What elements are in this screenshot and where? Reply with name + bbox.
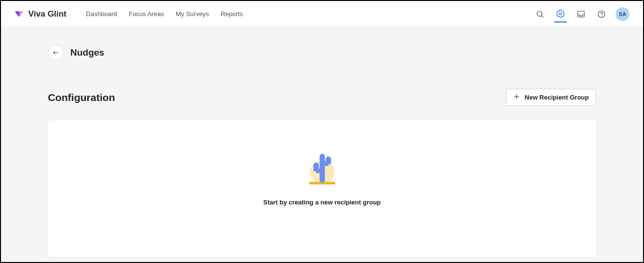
content-area: Nudges Configuration New Recipient Group [1,27,643,262]
brand[interactable]: Viva Glint [14,9,66,20]
svg-point-0 [537,11,542,17]
search-icon[interactable] [534,6,546,22]
svg-point-2 [560,12,562,15]
nav-my-surveys[interactable]: My Surveys [176,8,209,20]
svg-point-5 [601,16,602,16]
header-icons: SA [534,6,629,22]
new-recipient-group-label: New Recipient Group [525,94,589,101]
svg-rect-12 [316,169,322,173]
svg-line-1 [541,16,543,18]
help-icon[interactable] [595,6,608,22]
nav-reports[interactable]: Reports [221,8,243,20]
top-bar: Viva Glint Dashboard Focus Areas My Surv… [1,1,643,27]
avatar[interactable]: SA [616,7,629,21]
inbox-icon[interactable] [575,6,587,22]
viva-glint-logo-icon [14,9,24,20]
cactus-illustration-icon [300,145,344,189]
nav-dashboard[interactable]: Dashboard [86,8,117,20]
new-recipient-group-button[interactable]: New Recipient Group [506,89,596,106]
empty-state-message: Start by creating a new recipient group [263,199,381,206]
empty-state-panel: Start by creating a new recipient group [48,121,596,257]
page-title: Nudges [70,47,104,58]
brand-name: Viva Glint [28,9,66,19]
page-header: Nudges [28,27,616,61]
svg-rect-13 [322,162,329,166]
section-header: Configuration New Recipient Group [28,89,616,106]
back-button[interactable] [48,45,63,61]
section-title: Configuration [48,92,115,103]
settings-icon[interactable] [554,6,567,22]
svg-rect-11 [319,154,325,182]
nav-focus-areas[interactable]: Focus Areas [129,8,164,20]
plus-icon [513,93,520,101]
main-nav: Dashboard Focus Areas My Surveys Reports [86,8,243,20]
